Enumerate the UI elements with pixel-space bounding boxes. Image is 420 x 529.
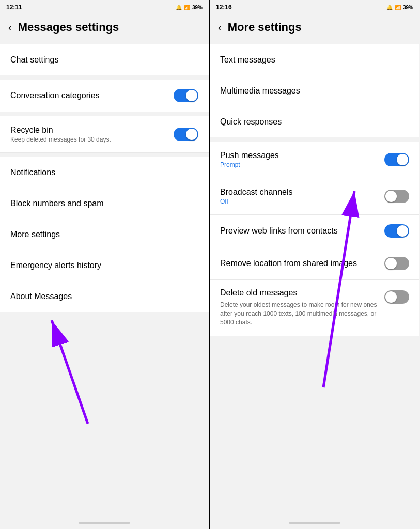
bottom-pill-left (79, 522, 130, 524)
notifications-label: Notifications (10, 168, 198, 177)
status-icons-right: 🔔 📶 39% (386, 5, 413, 10)
alarm-icon-right: 🔔 (386, 5, 393, 10)
settings-list-right: Text messages Multimedia messages Quick … (210, 40, 419, 519)
signal-icon: 📶 (184, 5, 190, 10)
status-bar-left: 12:11 🔔 📶 39% (0, 0, 209, 14)
text-messages-label: Text messages (220, 55, 275, 65)
chat-settings-label: Chat settings (10, 55, 198, 65)
broadcast-channels-label: Broadcast channels (220, 188, 384, 197)
settings-item-emergency[interactable]: Emergency alerts history (0, 250, 209, 281)
bottom-pill-right (289, 522, 340, 524)
recycle-bin-toggle[interactable] (174, 128, 198, 141)
settings-list-left: Chat settings Conversation categories Re… (0, 40, 209, 519)
divider-r1 (210, 137, 419, 142)
settings-item-conversation-categories[interactable]: Conversation categories (0, 80, 209, 112)
signal-icon-right: 📶 (395, 5, 401, 10)
left-panel: 12:11 🔔 📶 39% ‹ Messages settings Chat s… (0, 0, 210, 529)
multimedia-messages-label: Multimedia messages (220, 86, 300, 96)
settings-item-about-messages[interactable]: About Messages (0, 281, 209, 312)
battery-left: 39% (192, 5, 203, 10)
page-title-left: Messages settings (18, 21, 119, 34)
settings-item-text-messages[interactable]: Text messages (210, 44, 419, 75)
more-settings-label: More settings (10, 230, 198, 239)
time-right: 12:16 (216, 4, 232, 11)
settings-item-preview-web-links[interactable]: Preview web links from contacts (210, 215, 419, 247)
about-messages-label: About Messages (10, 292, 198, 301)
bottom-bar-right (210, 519, 419, 529)
right-header: ‹ More settings (210, 14, 419, 40)
settings-item-notifications[interactable]: Notifications (0, 157, 209, 188)
settings-item-block-numbers[interactable]: Block numbers and spam (0, 188, 209, 219)
push-messages-label: Push messages (220, 151, 384, 160)
divider-1 (0, 75, 209, 80)
preview-web-links-toggle[interactable] (384, 224, 409, 238)
recycle-bin-sub: Keep deleted messages for 30 days. (10, 136, 174, 143)
settings-item-quick-responses[interactable]: Quick responses (210, 106, 419, 137)
settings-item-broadcast-channels[interactable]: Broadcast channels Off (210, 178, 419, 215)
remove-location-label: Remove location from shared images (220, 259, 384, 268)
delete-old-messages-sub: Delete your oldest messages to make room… (220, 301, 378, 326)
recycle-bin-label: Recycle bin (10, 126, 174, 135)
delete-old-messages-label: Delete old messages (220, 288, 378, 298)
push-messages-sub: Prompt (220, 161, 384, 168)
preview-web-links-label: Preview web links from contacts (220, 226, 384, 236)
settings-item-delete-old-messages[interactable]: Delete old messages Delete your oldest m… (210, 280, 419, 336)
conversation-categories-toggle[interactable] (174, 89, 198, 102)
back-button-right[interactable]: ‹ (218, 22, 222, 34)
conversation-categories-label: Conversation categories (10, 91, 174, 100)
broadcast-channels-sub: Off (220, 198, 384, 205)
status-bar-right: 12:16 🔔 📶 39% (210, 0, 419, 14)
settings-item-more-settings[interactable]: More settings (0, 219, 209, 250)
broadcast-channels-toggle[interactable] (384, 190, 409, 203)
settings-item-chat-settings[interactable]: Chat settings (0, 44, 209, 75)
delete-old-messages-toggle[interactable] (384, 290, 409, 304)
emergency-label: Emergency alerts history (10, 261, 198, 270)
settings-item-recycle-bin[interactable]: Recycle bin Keep deleted messages for 30… (0, 116, 209, 153)
settings-item-push-messages[interactable]: Push messages Prompt (210, 142, 419, 178)
right-panel: 12:16 🔔 📶 39% ‹ More settings Text messa… (210, 0, 419, 529)
alarm-icon: 🔔 (176, 5, 182, 10)
status-icons-left: 🔔 📶 39% (176, 5, 203, 10)
remove-location-toggle[interactable] (384, 257, 409, 270)
divider-3 (0, 153, 209, 157)
battery-right: 39% (403, 5, 413, 10)
block-numbers-label: Block numbers and spam (10, 199, 198, 208)
bottom-bar-left (0, 519, 209, 529)
page-title-right: More settings (228, 21, 302, 34)
left-header: ‹ Messages settings (0, 14, 209, 40)
push-messages-toggle[interactable] (384, 153, 409, 166)
quick-responses-label: Quick responses (220, 117, 282, 127)
settings-item-remove-location[interactable]: Remove location from shared images (210, 247, 419, 280)
time-left: 12:11 (6, 4, 22, 11)
back-button-left[interactable]: ‹ (8, 22, 12, 34)
divider-2 (0, 112, 209, 116)
settings-item-multimedia-messages[interactable]: Multimedia messages (210, 75, 419, 106)
